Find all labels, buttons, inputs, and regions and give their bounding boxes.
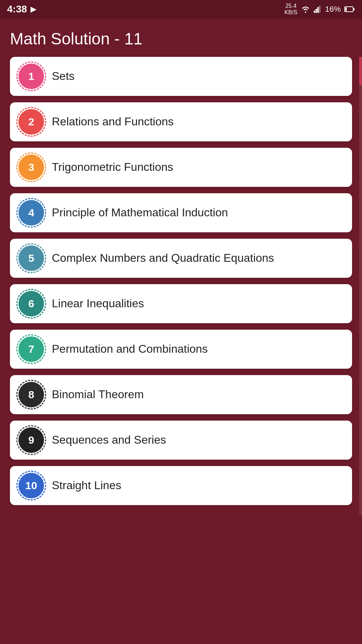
chapter-label-5: Complex Numbers and Quadratic Equations: [52, 251, 274, 266]
chapter-list: 1Sets2Relations and Functions3Trigonomet…: [0, 57, 362, 515]
chapter-item-6[interactable]: 6Linear Inequalities: [10, 284, 352, 323]
svg-rect-2: [317, 7, 319, 13]
chapter-label-6: Linear Inequalities: [52, 296, 144, 311]
chapter-item-10[interactable]: 10Straight Lines: [10, 466, 352, 505]
scroll-indicator: [359, 57, 362, 515]
status-time: 4:38: [7, 4, 27, 15]
chapter-badge-9: 9: [18, 427, 44, 453]
chapter-label-9: Sequences and Series: [52, 433, 166, 448]
chapter-badge-10: 10: [18, 473, 44, 498]
status-right: 25.4 KB/S 16%: [284, 3, 355, 15]
svg-rect-0: [314, 11, 315, 13]
chapter-item-7[interactable]: 7Permutation and Combinations: [10, 330, 352, 369]
wifi-icon: [301, 5, 310, 13]
svg-rect-5: [353, 8, 355, 10]
page-title: Math Solution - 11: [10, 29, 352, 48]
chapter-label-1: Sets: [52, 69, 75, 84]
chapter-badge-3: 3: [18, 155, 44, 180]
chapter-badge-2: 2: [18, 109, 44, 135]
chapter-badge-6: 6: [18, 291, 44, 316]
signal-icon: [314, 6, 322, 13]
chapter-label-2: Relations and Functions: [52, 114, 174, 129]
battery-level: 16%: [325, 5, 341, 14]
svg-rect-1: [316, 9, 317, 13]
chapter-item-3[interactable]: 3Trigonometric Functions: [10, 148, 352, 187]
svg-rect-3: [319, 6, 320, 13]
scroll-thumb[interactable]: [359, 57, 362, 85]
chapter-label-8: Binomial Theorem: [52, 387, 144, 402]
chapter-label-4: Principle of Mathematical Induction: [52, 205, 228, 220]
chapter-item-4[interactable]: 4Principle of Mathematical Induction: [10, 193, 352, 232]
scroll-container: 1Sets2Relations and Functions3Trigonomet…: [0, 57, 362, 515]
chapter-badge-1: 1: [18, 64, 44, 89]
chapter-item-5[interactable]: 5Complex Numbers and Quadratic Equations: [10, 239, 352, 278]
chapter-badge-7: 7: [18, 336, 44, 362]
svg-rect-6: [345, 7, 347, 11]
chapter-label-3: Trigonometric Functions: [52, 160, 173, 175]
status-bar: 4:38 ▶ 25.4 KB/S 16%: [0, 0, 362, 18]
header: Math Solution - 11: [0, 18, 362, 57]
chapter-item-2[interactable]: 2Relations and Functions: [10, 102, 352, 141]
chapter-label-10: Straight Lines: [52, 478, 121, 493]
battery-icon: [344, 6, 355, 13]
data-speed: 25.4 KB/S: [284, 3, 297, 15]
chapter-item-1[interactable]: 1Sets: [10, 57, 352, 96]
chapter-item-8[interactable]: 8Binomial Theorem: [10, 375, 352, 414]
chapter-badge-4: 4: [18, 200, 44, 226]
youtube-icon: ▶: [31, 5, 37, 14]
chapter-badge-5: 5: [18, 245, 44, 271]
chapter-label-7: Permutation and Combinations: [52, 342, 208, 357]
status-left: 4:38 ▶: [7, 4, 37, 15]
chapter-badge-8: 8: [18, 382, 44, 407]
chapter-item-9[interactable]: 9Sequences and Series: [10, 421, 352, 460]
